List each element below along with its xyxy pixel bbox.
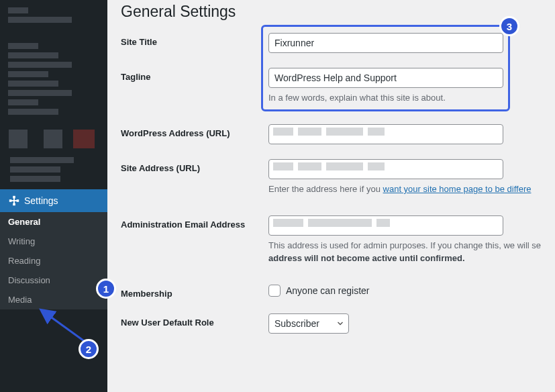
- membership-label: Membership: [121, 285, 268, 299]
- sidebar-item-settings[interactable]: Settings: [0, 189, 107, 212]
- redacted-item: [10, 176, 60, 182]
- admin-sidebar: Settings General Writing Reading Discuss…: [0, 0, 107, 392]
- annotation-badge-2: 2: [79, 339, 99, 359]
- submenu-media[interactable]: Media: [0, 290, 107, 309]
- site-url-help-link[interactable]: want your site home page to be differe: [383, 184, 532, 194]
- tagline-input[interactable]: [268, 68, 503, 88]
- submenu-discussion[interactable]: Discussion: [0, 271, 107, 290]
- site-title-input[interactable]: [268, 33, 503, 53]
- redacted-icon: [73, 130, 95, 148]
- redacted-item: [8, 90, 72, 96]
- redacted-item: [8, 7, 28, 13]
- redacted-item: [8, 81, 58, 87]
- admin-email-label: Administration Email Address: [121, 215, 268, 230]
- tagline-label: Tagline: [121, 68, 268, 82]
- settings-label: Settings: [24, 195, 58, 206]
- redacted-item: [10, 166, 60, 173]
- site-url-input[interactable]: [268, 159, 503, 179]
- submenu-writing[interactable]: Writing: [0, 232, 107, 251]
- main-content: General Settings Site Title Tagline In a…: [107, 0, 555, 392]
- membership-checkbox-label: Anyone can register: [286, 285, 370, 296]
- redacted-item: [8, 99, 38, 105]
- redacted-item: [8, 62, 72, 68]
- settings-submenu: General Writing Reading Discussion Media: [0, 212, 107, 309]
- admin-email-help: This address is used for admin purposes.…: [268, 240, 542, 264]
- redacted-icon: [9, 130, 28, 148]
- wp-url-input[interactable]: [268, 124, 503, 144]
- site-url-help: Enter the address here if you want your …: [268, 183, 542, 195]
- site-title-label: Site Title: [121, 33, 268, 47]
- wp-url-label: WordPress Address (URL): [121, 124, 268, 138]
- redacted-item: [8, 43, 38, 49]
- redacted-item: [8, 71, 48, 77]
- default-role-select[interactable]: Subscriber: [268, 313, 349, 334]
- site-url-label: Site Address (URL): [121, 159, 268, 173]
- redacted-item: [10, 157, 74, 163]
- redacted-item: [8, 109, 58, 115]
- page-title: General Settings: [121, 3, 542, 21]
- redacted-item: [8, 52, 58, 58]
- redacted-icon: [44, 130, 62, 148]
- membership-checkbox[interactable]: [268, 285, 281, 297]
- submenu-general[interactable]: General: [0, 212, 107, 232]
- tagline-help: In a few words, explain what this site i…: [268, 92, 542, 104]
- submenu-reading[interactable]: Reading: [0, 251, 107, 271]
- annotation-badge-1: 1: [96, 279, 116, 299]
- annotation-badge-3: 3: [499, 16, 519, 36]
- svg-rect-5: [13, 197, 15, 205]
- redacted-item: [8, 17, 72, 23]
- default-role-label: New User Default Role: [121, 313, 268, 328]
- admin-email-input[interactable]: [268, 215, 503, 236]
- settings-icon: [8, 195, 20, 207]
